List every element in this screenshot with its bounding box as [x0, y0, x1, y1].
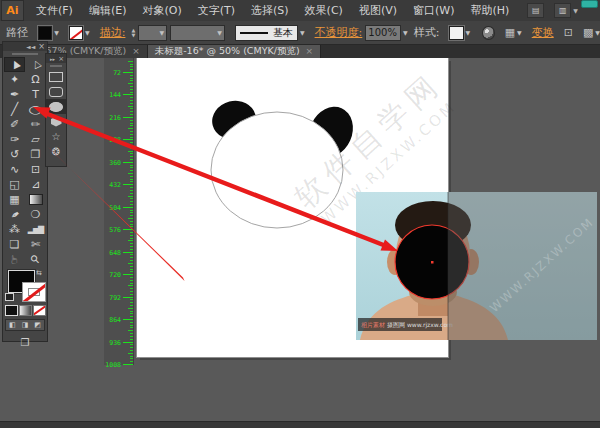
stroke-none-box[interactable]: [22, 282, 46, 302]
shape-panel-drag-handle[interactable]: [50, 65, 62, 67]
opacity-value-field[interactable]: 100%: [365, 25, 401, 41]
slice-tool[interactable]: ✄: [25, 237, 46, 252]
mesh-tool[interactable]: ▦: [4, 192, 25, 207]
zoom-tool[interactable]: ⚲: [25, 252, 46, 267]
align-icon[interactable]: ▦: [505, 26, 515, 39]
fill-caret-icon[interactable]: ▼: [54, 29, 59, 36]
blend-tool[interactable]: ❍: [25, 207, 46, 222]
stroke-weight-link[interactable]: 描边:: [100, 25, 126, 40]
menu-item[interactable]: 编辑(E): [81, 1, 135, 20]
rotate-tool[interactable]: ↺: [4, 147, 25, 162]
shape-builder-tool[interactable]: ◱: [4, 177, 25, 192]
column-graph-tool[interactable]: ▂▅▇: [25, 222, 46, 237]
ellipse-tool-flyout[interactable]: [46, 99, 66, 114]
menu-item[interactable]: 视图(V): [351, 1, 405, 20]
workspace-switcher-button[interactable]: ▥: [554, 3, 571, 18]
pasteboard-dim-overlay: [448, 192, 597, 340]
rounded-rectangle-tool[interactable]: [46, 84, 66, 99]
collapse-panel-icon[interactable]: ◄◄: [26, 43, 35, 50]
menu-item[interactable]: 对象(O): [134, 1, 189, 20]
free-transform-tool[interactable]: ⊡: [25, 162, 46, 177]
tools-panel-header[interactable]: ◄◄ ×: [3, 42, 47, 51]
flare-tool[interactable]: ❂: [46, 144, 66, 159]
reference-photo[interactable]: 相片素材 摄图网 www.rjzxw.com: [356, 192, 597, 340]
rectangle-tool[interactable]: [46, 69, 66, 84]
drawing-mode-button[interactable]: ◩: [34, 321, 41, 329]
document-tab[interactable]: 未标题-16* @ 50% (CMYK/预览) ×: [148, 44, 321, 58]
menu-bar: Ai 文件(F)编辑(E)对象(O)文字(T)选择(S)效果(C)视图(V)窗口…: [0, 0, 600, 22]
eraser-tool[interactable]: ▱: [25, 132, 46, 147]
menu-item[interactable]: 帮助(H): [462, 1, 517, 20]
swap-fill-stroke-icon[interactable]: ⇆: [36, 269, 42, 277]
ellipse-tool[interactable]: ○: [25, 102, 46, 117]
workspace-caret-icon[interactable]: ▼: [573, 7, 578, 14]
polygon-tool[interactable]: [46, 114, 66, 129]
shape-tool-list: ☆❂: [46, 69, 66, 159]
screen-mode-button[interactable]: ❐: [6, 337, 44, 348]
opacity-link[interactable]: 不透明度:: [315, 25, 363, 40]
transform-link[interactable]: 变换: [532, 25, 554, 40]
width-tool[interactable]: ∿: [4, 162, 25, 177]
default-fill-stroke-icon[interactable]: [5, 293, 14, 301]
pencil-tool[interactable]: ✏: [25, 117, 46, 132]
drawing-mode-button[interactable]: ◧: [9, 321, 16, 329]
selection-tool[interactable]: ▶: [4, 57, 25, 72]
isolate-selection-icon[interactable]: ▩: [583, 26, 593, 39]
tab-close-icon[interactable]: ×: [132, 46, 140, 56]
collapse-icon[interactable]: ▸▸: [50, 56, 55, 62]
direct-selection-tool[interactable]: ▷: [25, 57, 46, 72]
pen-tool[interactable]: ✒: [4, 87, 25, 102]
menu-item[interactable]: 文件(F): [28, 1, 81, 20]
recolor-artwork-icon[interactable]: [482, 26, 494, 40]
gradient-tool[interactable]: ▧: [25, 192, 46, 207]
menu-item[interactable]: 文字(T): [190, 1, 243, 20]
fill-color-swatch[interactable]: [38, 26, 52, 40]
arrange-documents-button[interactable]: ▤: [527, 3, 544, 18]
shape-tools-tearoff-panel: ▸▸ × ☆❂: [45, 53, 67, 167]
brush-stroke-preview: [240, 32, 268, 34]
vertical-ruler: 7214421628836043250457664872079286493610…: [104, 58, 134, 365]
menu-item[interactable]: 选择(S): [243, 1, 297, 20]
blob-brush-tool[interactable]: ✑: [4, 132, 25, 147]
symbol-sprayer-tool[interactable]: ⁂: [4, 222, 25, 237]
stroke-color-swatch[interactable]: [69, 26, 83, 40]
hand-tool[interactable]: ☞: [4, 252, 25, 267]
scale-tool[interactable]: ❐: [25, 147, 46, 162]
gradient-button[interactable]: [19, 305, 32, 316]
line-segment-tool[interactable]: ╱: [4, 102, 25, 117]
panel-drag-handle[interactable]: [12, 53, 38, 55]
magic-wand-tool[interactable]: ✦: [4, 72, 25, 87]
brush-caret-icon[interactable]: ▼: [300, 29, 305, 36]
style-swatch[interactable]: [449, 26, 463, 40]
brush-definition-dropdown[interactable]: 基本: [235, 25, 298, 41]
stroke-caret-icon[interactable]: ▼: [85, 29, 90, 36]
stroke-weight-dropdown[interactable]: ▼: [138, 25, 167, 41]
perspective-grid-tool[interactable]: ⊿: [25, 177, 46, 192]
eyedropper-tool[interactable]: ✒: [4, 207, 25, 222]
close-icon[interactable]: ×: [58, 55, 64, 63]
menu-items: 文件(F)编辑(E)对象(O)文字(T)选择(S)效果(C)视图(V)窗口(W)…: [28, 1, 517, 20]
illustrator-logo: Ai: [1, 0, 24, 21]
artboard-tool[interactable]: ❏: [4, 237, 25, 252]
drawing-mode-button[interactable]: ◨: [22, 321, 29, 329]
star-tool[interactable]: ☆: [46, 129, 66, 144]
lasso-tool[interactable]: Ω: [25, 72, 46, 87]
variable-width-profile-dropdown[interactable]: ▼: [170, 25, 225, 41]
stroke-weight-stepper[interactable]: ▲▼: [131, 28, 135, 38]
color-button[interactable]: [5, 305, 18, 316]
teal-ui-fragment: [581, 0, 598, 8]
menu-item[interactable]: 窗口(W): [405, 1, 462, 20]
tab-close-icon[interactable]: ×: [306, 46, 314, 56]
close-panel-icon[interactable]: ×: [38, 42, 45, 51]
drawing-modes: ◧◨◩: [5, 319, 45, 331]
bounding-box-icon[interactable]: ⊡: [564, 26, 573, 39]
shape-panel-header[interactable]: ▸▸ ×: [46, 54, 66, 63]
paintbrush-tool[interactable]: ✐: [4, 117, 25, 132]
type-tool[interactable]: T: [25, 87, 46, 102]
circle-center-point: [431, 261, 434, 264]
style-caret-icon[interactable]: ▼: [466, 29, 471, 36]
panda-head-circle[interactable]: [211, 112, 343, 228]
none-button[interactable]: [33, 305, 46, 316]
menu-item[interactable]: 效果(C): [297, 1, 351, 20]
menubar-right-icons: ▤▥: [517, 3, 571, 18]
